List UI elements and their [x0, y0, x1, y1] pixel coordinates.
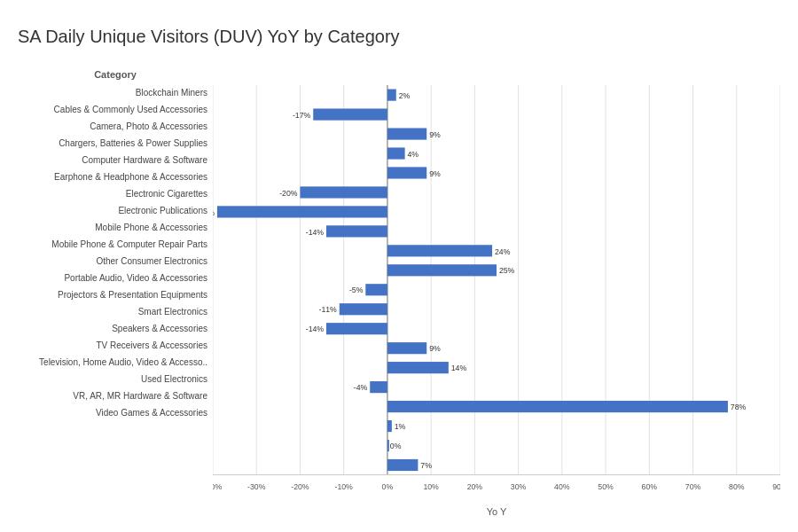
- category-label: Video Games & Accessories: [18, 404, 213, 421]
- category-label: Projectors & Presentation Equipments: [18, 286, 213, 303]
- svg-rect-85: [387, 459, 418, 471]
- svg-text:78%: 78%: [731, 403, 746, 411]
- svg-rect-58: [365, 284, 387, 295]
- svg-rect-31: [313, 108, 387, 120]
- svg-rect-70: [387, 362, 449, 373]
- svg-rect-55: [387, 264, 497, 276]
- svg-text:1%: 1%: [395, 422, 406, 431]
- category-label: Earphone & Headphone & Accessories: [18, 168, 213, 185]
- category-label: Electronic Cigarettes: [18, 185, 213, 202]
- category-label: Blockchain Miners: [18, 84, 213, 101]
- svg-rect-64: [326, 323, 387, 334]
- category-label: TV Receivers & Accessories: [18, 337, 213, 354]
- y-axis-labels: CategoryBlockchain MinersCables & Common…: [18, 65, 213, 517]
- svg-text:-30%: -30%: [247, 482, 265, 491]
- category-label: Mobile Phone & Accessories: [18, 219, 213, 236]
- category-label: Cables & Commonly Used Accessories: [18, 101, 213, 118]
- svg-rect-67: [387, 342, 426, 354]
- svg-text:9%: 9%: [429, 168, 441, 177]
- svg-text:7%: 7%: [420, 461, 432, 470]
- category-label: Camera, Photo & Accessories: [18, 118, 213, 135]
- svg-text:90%: 90%: [772, 482, 780, 491]
- category-label: Portable Audio, Video & Accessories: [18, 270, 213, 286]
- category-label: Television, Home Audio, Video & Accesso.…: [18, 354, 213, 371]
- category-label: Used Electronics: [18, 371, 213, 387]
- chart-container: SA Daily Unique Visitors (DUV) YoY by Ca…: [0, 0, 798, 532]
- svg-text:-14%: -14%: [306, 227, 324, 236]
- category-label: Smart Electronics: [18, 303, 213, 320]
- chart-area: CategoryBlockchain MinersCables & Common…: [18, 65, 780, 517]
- svg-text:50%: 50%: [598, 482, 613, 491]
- svg-text:2%: 2%: [399, 90, 411, 99]
- svg-text:-17%: -17%: [293, 110, 310, 119]
- svg-text:9%: 9%: [429, 129, 441, 138]
- svg-text:70%: 70%: [685, 482, 700, 491]
- svg-text:-40%: -40%: [213, 482, 222, 491]
- chart-title: SA Daily Unique Visitors (DUV) YoY by Ca…: [18, 27, 780, 47]
- svg-rect-49: [326, 225, 387, 237]
- svg-text:60%: 60%: [642, 482, 657, 491]
- svg-text:0%: 0%: [382, 482, 394, 491]
- category-label: Electronic Publications: [18, 202, 213, 219]
- category-header: Category: [18, 65, 213, 84]
- svg-text:4%: 4%: [408, 149, 419, 158]
- svg-text:10%: 10%: [423, 482, 438, 491]
- svg-text:80%: 80%: [729, 482, 744, 491]
- svg-text:9%: 9%: [429, 344, 441, 353]
- svg-text:-4%: -4%: [354, 383, 368, 392]
- svg-rect-82: [387, 440, 389, 451]
- svg-text:25%: 25%: [499, 266, 514, 275]
- svg-rect-52: [387, 245, 492, 256]
- svg-text:-14%: -14%: [306, 325, 324, 333]
- svg-text:-11%: -11%: [318, 305, 336, 314]
- svg-rect-73: [370, 381, 387, 393]
- svg-text:20%: 20%: [467, 482, 482, 491]
- svg-text:14%: 14%: [451, 364, 466, 372]
- category-label: Other Consumer Electronics: [18, 253, 213, 270]
- svg-text:-39%: -39%: [213, 207, 215, 216]
- svg-rect-76: [387, 401, 728, 412]
- svg-text:-20%: -20%: [279, 188, 297, 197]
- svg-rect-37: [387, 147, 405, 159]
- svg-text:-10%: -10%: [335, 482, 353, 491]
- chart-svg: -40%-30%-20%-10%0%10%20%30%40%50%60%70%8…: [213, 65, 780, 503]
- svg-rect-46: [217, 206, 387, 217]
- svg-text:-20%: -20%: [291, 482, 309, 491]
- svg-text:24%: 24%: [495, 246, 510, 255]
- svg-rect-79: [387, 420, 392, 432]
- category-label: Mobile Phone & Computer Repair Parts: [18, 236, 213, 253]
- x-axis-title: Yo Y: [213, 506, 780, 517]
- category-label: Computer Hardware & Software: [18, 152, 213, 168]
- svg-rect-40: [387, 167, 426, 178]
- svg-text:30%: 30%: [511, 482, 526, 491]
- svg-text:-5%: -5%: [349, 286, 364, 294]
- category-label: VR, AR, MR Hardware & Software: [18, 387, 213, 404]
- category-label: Chargers, Batteries & Power Supplies: [18, 135, 213, 152]
- plot-area: -40%-30%-20%-10%0%10%20%30%40%50%60%70%8…: [213, 65, 780, 517]
- category-label: Speakers & Accessories: [18, 320, 213, 337]
- svg-rect-28: [387, 90, 396, 101]
- svg-rect-34: [387, 128, 426, 139]
- svg-rect-43: [300, 186, 387, 198]
- svg-text:40%: 40%: [554, 482, 569, 491]
- svg-text:0%: 0%: [390, 442, 402, 450]
- svg-rect-61: [340, 303, 387, 315]
